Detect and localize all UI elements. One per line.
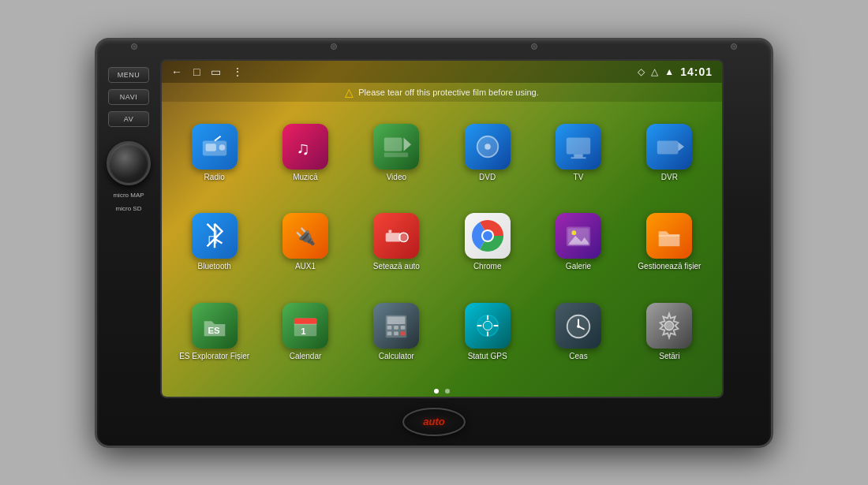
dot-2[interactable]: [445, 389, 450, 394]
app-item-video[interactable]: Video: [354, 110, 440, 196]
app-label-seteaza: Setează auto: [373, 262, 420, 270]
app-label-dvr: DVR: [661, 173, 678, 181]
svg-marker-14: [679, 142, 685, 151]
gps-icon: ◇: [638, 66, 645, 77]
app-label-ceas: Ceas: [569, 352, 587, 360]
app-icon-dvd: [465, 124, 511, 170]
app-label-muzica: Muzică: [293, 173, 318, 181]
svg-rect-34: [387, 326, 392, 330]
svg-point-9: [485, 144, 491, 150]
svg-rect-33: [387, 317, 406, 325]
dot-1[interactable]: [434, 389, 439, 394]
app-label-calendar: Calendar: [290, 352, 322, 360]
app-item-chrome[interactable]: Chrome: [444, 200, 530, 285]
time: 14:01: [680, 65, 713, 78]
warning-banner: △ Please tear off this protective film b…: [162, 83, 722, 102]
svg-point-25: [571, 231, 576, 236]
app-icon-aux: 🔌: [282, 213, 328, 259]
app-item-muzica[interactable]: ♫ Muzică: [262, 110, 348, 196]
app-item-bluetooth[interactable]: ⑁ Bluetooth: [171, 200, 257, 285]
svg-rect-1: [205, 144, 215, 151]
svg-rect-13: [657, 140, 679, 154]
app-item-dvd[interactable]: DVD: [444, 110, 530, 196]
svg-point-19: [399, 233, 408, 242]
app-item-radio[interactable]: Radio: [171, 110, 257, 196]
app-label-aux: AUX1: [295, 262, 316, 270]
svg-rect-35: [394, 326, 398, 330]
back-icon[interactable]: ←: [171, 65, 182, 78]
brand-logo: auto: [402, 408, 466, 436]
device-middle: MENU NAVI AV micro MAP micro SD ← □: [97, 59, 771, 398]
app-icon-calculator: [373, 303, 419, 349]
app-item-gps[interactable]: Statut GPS: [444, 289, 530, 375]
right-panel: [724, 59, 771, 398]
menu-dots-icon[interactable]: ⋮: [232, 65, 243, 78]
svg-text:♫: ♫: [297, 137, 310, 158]
warning-icon: △: [345, 86, 354, 99]
app-icon-gps: [465, 303, 511, 349]
app-icon-gestion: [646, 213, 692, 259]
volume-knob[interactable]: [107, 141, 151, 185]
app-label-calculator: Calculator: [379, 352, 414, 360]
menu-button[interactable]: MENU: [108, 67, 149, 83]
bluetooth-icon: △: [651, 66, 658, 77]
svg-point-2: [219, 144, 225, 151]
app-item-dvr[interactable]: DVR: [627, 110, 713, 196]
home-icon[interactable]: □: [193, 65, 200, 78]
navi-button[interactable]: NAVI: [108, 89, 149, 105]
app-item-seteaza[interactable]: Setează auto: [354, 200, 440, 285]
warning-text: Please tear off this protective film bef…: [358, 88, 538, 97]
svg-point-50: [665, 321, 674, 330]
android-screen: ← □ ▭ ⋮ ◇ △ ▲ 14:01 △ Please tear o: [162, 61, 722, 397]
svg-rect-39: [401, 332, 406, 336]
app-item-aux[interactable]: 🔌 AUX1: [262, 200, 348, 285]
app-label-galerie: Galerie: [566, 262, 591, 270]
app-label-dvd: DVD: [479, 173, 496, 181]
app-item-tv[interactable]: TV: [535, 110, 621, 196]
svg-line-3: [215, 136, 221, 141]
app-item-galerie[interactable]: Galerie: [535, 200, 621, 285]
svg-rect-12: [571, 157, 586, 159]
app-item-es[interactable]: ES ES Explorator Fișier: [171, 289, 257, 375]
app-icon-muzica: ♫: [282, 124, 328, 170]
screw-center-left: [331, 43, 337, 50]
screw-left: [131, 43, 137, 50]
svg-point-41: [483, 321, 492, 330]
svg-rect-29: [294, 319, 317, 325]
app-label-gestion: Gestionează fișier: [638, 262, 701, 270]
wifi-icon: ▲: [664, 66, 674, 77]
app-icon-bluetooth: ⑁: [192, 213, 238, 259]
app-label-radio: Radio: [204, 173, 225, 181]
brand-text: auto: [423, 416, 444, 427]
screw-right: [731, 43, 737, 50]
page-dots: [162, 389, 722, 394]
svg-rect-11: [574, 154, 582, 157]
micro-map-label: micro MAP: [113, 192, 144, 199]
app-label-setari: Setări: [659, 352, 679, 360]
left-panel: MENU NAVI AV micro MAP micro SD: [97, 59, 160, 398]
svg-text:1: 1: [301, 327, 306, 337]
svg-rect-18: [389, 230, 392, 233]
app-icon-chrome: [465, 213, 511, 259]
micro-sd-label: micro SD: [116, 205, 142, 212]
app-label-tv: TV: [574, 173, 584, 181]
app-icon-calendar: 1: [282, 303, 328, 349]
app-item-gestion[interactable]: Gestionează fișier: [627, 200, 713, 285]
screw-center-right: [531, 43, 537, 50]
app-item-ceas[interactable]: Ceas: [535, 289, 621, 375]
app-item-calculator[interactable]: Calculator: [354, 289, 440, 375]
svg-rect-38: [394, 332, 398, 336]
app-item-calendar[interactable]: 1 Calendar: [262, 289, 348, 375]
app-icon-tv: [556, 124, 601, 170]
recents-icon[interactable]: ▭: [211, 65, 221, 78]
svg-text:ES: ES: [208, 326, 220, 335]
app-grid: Radio ♫ Muzică Video DVD TV DVR: [162, 104, 722, 381]
av-button[interactable]: AV: [108, 111, 149, 127]
app-icon-video: [373, 124, 419, 170]
app-icon-dvr: [646, 124, 692, 170]
svg-rect-17: [386, 233, 401, 242]
app-item-setari[interactable]: Setări: [627, 289, 713, 375]
svg-point-49: [577, 325, 580, 328]
nav-buttons: ← □ ▭ ⋮: [171, 65, 243, 78]
car-headunit-device: MENU NAVI AV micro MAP micro SD ← □: [95, 38, 773, 448]
